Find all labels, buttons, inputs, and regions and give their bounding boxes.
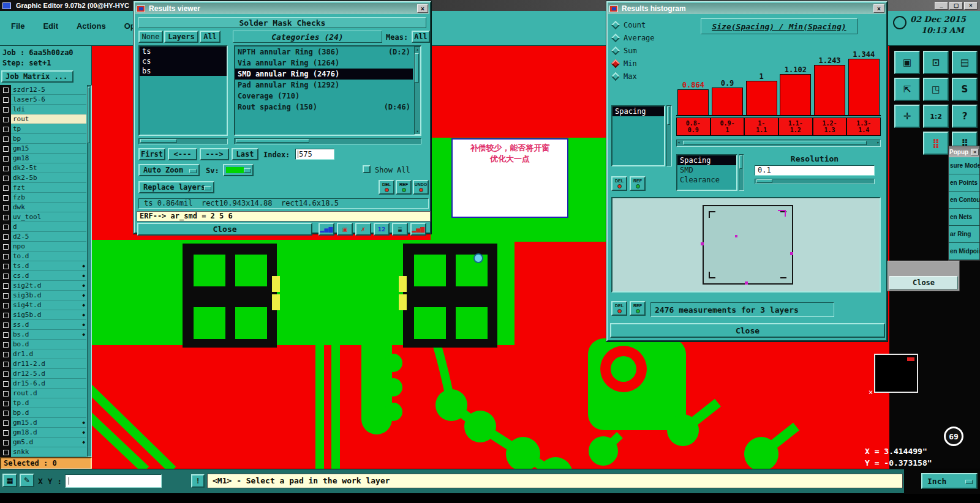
undo-button[interactable]: UNDO — [413, 180, 429, 195]
layer-checkbox[interactable] — [3, 156, 9, 162]
layer-name[interactable]: gm5.d◆ — [11, 438, 86, 447]
layer-row[interactable]: laser5-6 — [0, 95, 86, 105]
stat-radio-sum[interactable]: Sum — [612, 44, 674, 57]
scroll-thumb[interactable] — [236, 139, 309, 143]
scroll-thumb[interactable] — [140, 139, 177, 143]
category-item[interactable]: NPTH annular Ring (386)(D:2) — [235, 47, 413, 58]
histogram-rgb-icon[interactable]: ▂▅▇ — [318, 223, 334, 236]
del-button[interactable]: DEL — [611, 176, 627, 191]
job-matrix-button[interactable]: Job Matrix ... — [1, 70, 74, 83]
category-item[interactable]: Via annular Ring (1264) — [235, 58, 413, 69]
layer-row[interactable]: sig5b.d◆ — [0, 310, 86, 320]
layer-checkbox[interactable] — [3, 215, 9, 220]
stat-radio-min[interactable]: Min — [612, 57, 674, 70]
layer-name[interactable]: d2-5 — [11, 232, 86, 242]
layer-checkbox[interactable] — [3, 117, 9, 122]
layer-row[interactable]: to.d — [0, 252, 86, 261]
layer-checkbox[interactable] — [3, 234, 9, 240]
export-icon[interactable]: ⇱ — [894, 78, 920, 101]
alert-button[interactable]: ! — [191, 474, 205, 488]
layer-row[interactable]: rout — [0, 114, 86, 124]
layer-list-scrollbar[interactable] — [87, 85, 92, 457]
lock-icon[interactable]: ⊡ — [923, 51, 949, 74]
layer-checkbox[interactable] — [3, 420, 9, 426]
layer-row[interactable]: d — [0, 222, 86, 232]
layer-name[interactable]: tp — [11, 124, 86, 134]
layer-name[interactable]: dwk — [11, 203, 86, 212]
filter-none-button[interactable]: None — [138, 31, 163, 43]
measure-list-scrollbar[interactable] — [666, 105, 672, 166]
popup-close-button[interactable]: Close — [889, 276, 958, 289]
close-button[interactable]: × — [964, 2, 978, 10]
measure-list[interactable]: Spacing — [611, 105, 665, 166]
layer-checkbox[interactable] — [3, 391, 9, 397]
layer-name[interactable]: rout — [11, 114, 86, 124]
layer-checkbox[interactable] — [3, 362, 9, 367]
menu-edit[interactable]: Edit — [39, 20, 62, 32]
auto-zoom-dropdown[interactable]: Auto Zoom — [138, 164, 200, 176]
stat-radio-max[interactable]: Max — [612, 70, 674, 83]
layer-name[interactable]: ss.d◆ — [11, 320, 86, 330]
scroll-right-icon[interactable]: ▸ — [877, 140, 880, 145]
layer-name[interactable]: cs.d◆ — [11, 271, 86, 281]
layer-name[interactable]: npo — [11, 242, 86, 252]
layer-checkbox[interactable] — [3, 342, 9, 348]
viewer-category-vscroll[interactable]: ▴ ▾ — [414, 47, 421, 135]
layer-name[interactable]: sig3b.d◆ — [11, 291, 86, 300]
layer-row[interactable]: uv_tool — [0, 212, 86, 222]
filter-all-button[interactable]: All — [200, 31, 221, 43]
histogram-red-icon[interactable]: ▂▅▇ — [410, 223, 426, 236]
measurement-marker[interactable] — [474, 254, 483, 263]
layer-name[interactable]: d — [11, 222, 86, 232]
category-item[interactable]: Pad annular Ring (1292) — [235, 80, 413, 91]
discard-icon[interactable]: ✗ — [355, 223, 371, 236]
layer-name[interactable]: gm18 — [11, 154, 86, 163]
layer-row[interactable]: d2-5 — [0, 232, 86, 242]
stat-radio-average[interactable]: Average — [612, 31, 674, 44]
results-viewer-titlebar[interactable]: Results viewer × — [135, 3, 429, 14]
scroll-thumb[interactable] — [739, 155, 742, 169]
index-input[interactable]: 575 — [295, 149, 334, 160]
series-item[interactable]: Clearance — [677, 175, 736, 185]
layer-checkbox[interactable] — [3, 195, 9, 201]
report-icon[interactable]: ≣ — [392, 223, 408, 236]
resolution-input[interactable]: 0.1 — [755, 165, 875, 176]
layer-row[interactable]: sig3b.d◆ — [0, 291, 86, 300]
sv-color-swatch[interactable] — [223, 164, 254, 176]
layer-name[interactable]: bs.d◆ — [11, 330, 86, 340]
layer-name[interactable]: dr15-6.d — [11, 379, 86, 389]
layer-checkbox[interactable] — [3, 411, 9, 416]
meas-dropdown[interactable]: All — [412, 31, 430, 43]
layer-name[interactable]: sig4t.d◆ — [11, 300, 86, 310]
layer-row[interactable]: ldi — [0, 105, 86, 114]
series-list[interactable]: SpacingSMDClearance — [676, 154, 737, 191]
layer-checkbox[interactable] — [3, 450, 9, 455]
measure-item[interactable]: Spacing — [612, 106, 664, 116]
nav-last-button[interactable]: Last — [232, 148, 258, 160]
scroll-thumb[interactable] — [415, 53, 419, 83]
units-dropdown[interactable]: Inch — [921, 473, 978, 489]
layer-name[interactable]: gm15.d◆ — [11, 418, 86, 428]
layer-checkbox[interactable] — [3, 440, 9, 445]
layer-row[interactable]: npo — [0, 242, 86, 252]
replace-layers-dropdown[interactable]: Replace layers — [138, 181, 214, 193]
layer-row[interactable]: dr11-2.d — [0, 359, 86, 369]
layer-row[interactable]: gm18 — [0, 154, 86, 163]
help-icon[interactable]: ? — [952, 105, 978, 128]
layer-checkbox[interactable] — [3, 352, 9, 357]
category-item[interactable]: Coverage (710) — [235, 91, 413, 102]
scroll-left-icon[interactable]: ◂ — [677, 140, 680, 145]
series-list-scrollbar[interactable] — [739, 154, 744, 191]
ref-button[interactable]: REF — [630, 176, 646, 191]
scroll-thumb[interactable] — [88, 87, 90, 143]
layer-row[interactable]: dk2-5t — [0, 163, 86, 173]
layer-row[interactable]: szdr12-5 — [0, 85, 86, 95]
layer-row[interactable]: fzt — [0, 183, 86, 193]
show-all-checkbox[interactable] — [363, 165, 371, 173]
xy-input[interactable] — [65, 474, 162, 488]
nav-next-button[interactable]: ---> — [200, 148, 229, 160]
layer-name[interactable]: gm15 — [11, 144, 86, 154]
layer-name[interactable]: tp.d — [11, 398, 86, 408]
layer-row[interactable]: gm15 — [0, 144, 86, 154]
layer-name[interactable]: rout.d — [11, 389, 86, 398]
